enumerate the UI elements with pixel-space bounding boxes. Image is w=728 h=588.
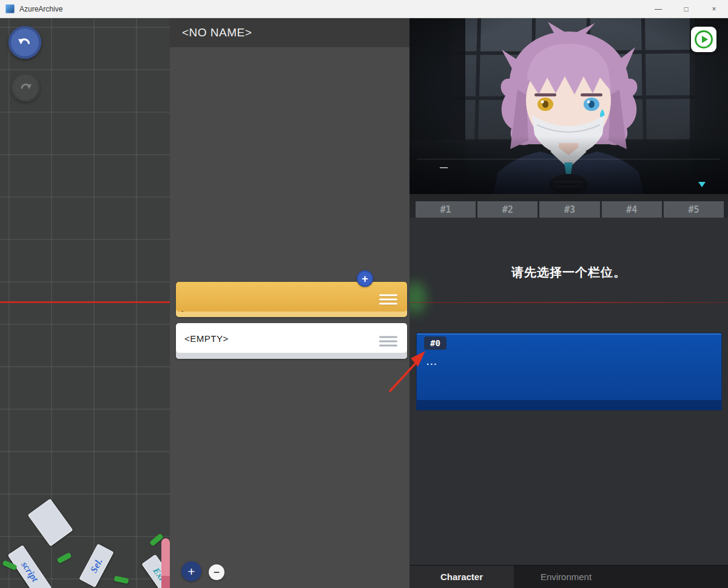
app-icon	[5, 4, 15, 13]
add-entry-button[interactable]: +	[181, 561, 201, 581]
dialogue-separator	[417, 159, 720, 159]
select-button-label: Sel.	[88, 556, 104, 575]
remove-entry-button[interactable]: −	[209, 564, 224, 580]
script-entry-empty[interactable]: <EMPTY>	[176, 323, 407, 359]
green-pill-decoration	[56, 552, 72, 564]
empty-entry-label: <EMPTY>	[184, 333, 229, 344]
inspector-panel: — #1 #2 #3 #4 #5 请先选择一个栏位。 #0 ... Charac…	[410, 18, 728, 588]
guide-line-horizontal	[0, 301, 170, 303]
dialogue-placeholder-text: —	[440, 162, 448, 172]
slot-tab-4[interactable]: #4	[602, 201, 662, 218]
bottom-tab-bar: Character Environment	[410, 565, 728, 588]
fallen-card[interactable]	[28, 499, 73, 547]
tab-environment[interactable]: Environment	[514, 566, 618, 588]
scene-illustration	[410, 18, 728, 194]
undo-icon	[17, 35, 33, 50]
entry-note: -	[181, 307, 183, 314]
dialogue-next-icon	[698, 182, 706, 187]
titlebar: AzureArchive — □ ×	[0, 0, 728, 18]
slot-tab-5[interactable]: #5	[664, 201, 724, 218]
insert-entry-button[interactable]: +	[357, 270, 373, 287]
close-button[interactable]: ×	[700, 0, 728, 18]
window-title: AzureArchive	[19, 5, 62, 13]
redo-button[interactable]	[11, 73, 40, 102]
slot-0-block[interactable]: #0 ...	[416, 333, 722, 410]
play-button[interactable]	[691, 27, 716, 52]
script-entry-selected[interactable]: -	[176, 282, 407, 317]
green-glow-decoration	[410, 281, 426, 314]
maximize-button[interactable]: □	[672, 0, 700, 18]
redo-icon	[18, 80, 33, 95]
play-icon	[695, 30, 713, 48]
slot-tab-2[interactable]: #2	[477, 201, 538, 218]
slot-tab-3[interactable]: #3	[539, 201, 599, 218]
select-slot-hint: 请先选择一个栏位。	[410, 264, 728, 281]
green-pill-decoration	[113, 576, 129, 584]
undo-button[interactable]	[8, 26, 41, 59]
preview-letterbox	[410, 194, 728, 201]
slot-tabs: #1 #2 #3 #4 #5	[416, 201, 724, 218]
script-button-label: script	[19, 560, 40, 584]
script-list-panel: <NO NAME> - + <EMPTY> + −	[170, 18, 410, 588]
window-controls: — □ ×	[644, 0, 728, 18]
slot-0-placeholder: ...	[426, 356, 438, 367]
canvas-grid-panel: script Sel. Exi	[0, 18, 170, 588]
drag-handle-icon[interactable]	[379, 333, 397, 349]
slot-tab-1[interactable]: #1	[416, 201, 476, 218]
tab-character[interactable]: Character	[410, 566, 514, 588]
script-title-header: <NO NAME>	[170, 18, 410, 47]
scene-preview: —	[410, 18, 728, 194]
script-title: <NO NAME>	[182, 26, 252, 39]
select-button-fallen[interactable]: Sel.	[79, 544, 113, 587]
pink-bar-decoration	[161, 538, 170, 588]
slot-0-tag: #0	[424, 336, 447, 350]
guide-line-horizontal-faint	[410, 302, 728, 303]
drag-handle-icon[interactable]	[379, 292, 397, 307]
minimize-button[interactable]: —	[644, 0, 672, 18]
